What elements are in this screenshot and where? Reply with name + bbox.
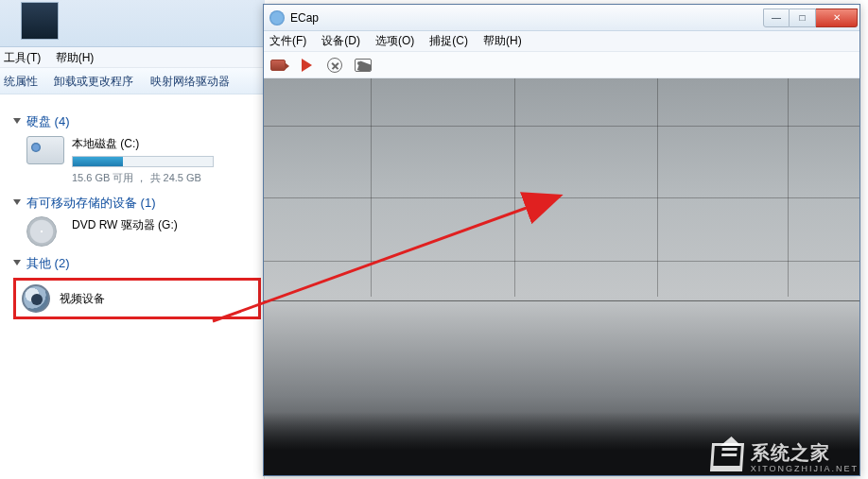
video-device-item-highlighted[interactable]: 视频设备 — [13, 278, 261, 319]
snapshot-icon[interactable] — [355, 57, 372, 74]
maximize-button[interactable]: □ — [790, 9, 816, 27]
drive-name: DVD RW 驱动器 (G:) — [72, 217, 178, 233]
local-disk-item[interactable]: 本地磁盘 (C:) 15.6 GB 可用 ， 共 24.5 GB — [26, 136, 263, 185]
drive-text: 本地磁盘 (C:) 15.6 GB 可用 ， 共 24.5 GB — [72, 136, 214, 185]
explorer-body: 硬盘 (4) 本地磁盘 (C:) 15.6 GB 可用 ， 共 24.5 GB … — [0, 94, 265, 479]
drive-capacity-text: 15.6 GB 可用 ， 共 24.5 GB — [72, 171, 214, 185]
ecap-title: ECap — [290, 11, 763, 25]
chevron-down-icon — [13, 118, 21, 124]
watermark-title: 系统之家 — [751, 440, 859, 466]
ecap-window: ECap — □ ✕ 文件(F) 设备(D) 选项(O) 捕捉(C) 帮助(H) — [263, 4, 860, 476]
video-frame — [264, 78, 859, 475]
cmd-uninstall-program[interactable]: 卸载或更改程序 — [54, 75, 133, 88]
group-hard-disk[interactable]: 硬盘 (4) — [13, 113, 263, 130]
explorer-header — [0, 0, 265, 47]
camera-icon[interactable] — [269, 57, 286, 74]
group-label: 硬盘 (4) — [26, 113, 70, 130]
watermark: 系统之家 XITONGZHIJIA.NET — [711, 440, 859, 473]
menu-help[interactable]: 帮助(H) — [56, 51, 95, 64]
watermark-logo-icon — [710, 443, 744, 471]
capacity-bar — [72, 156, 214, 167]
menu-capture[interactable]: 捕捉(C) — [429, 33, 468, 49]
chevron-down-icon — [13, 260, 21, 265]
dvd-drive-item[interactable]: DVD RW 驱动器 (G:) — [26, 217, 263, 246]
explorer-commandbar: 统属性 卸载或更改程序 映射网络驱动器 — [0, 68, 265, 94]
close-button[interactable]: ✕ — [816, 9, 858, 27]
window-controls: — □ ✕ — [763, 9, 858, 27]
drive-name: 本地磁盘 (C:) — [72, 136, 214, 152]
menu-help[interactable]: 帮助(H) — [483, 33, 522, 49]
video-device-label: 视频设备 — [60, 291, 105, 307]
record-icon[interactable] — [298, 57, 315, 74]
ecap-menubar: 文件(F) 设备(D) 选项(O) 捕捉(C) 帮助(H) — [264, 31, 859, 52]
menu-tools[interactable]: 工具(T) — [4, 51, 41, 64]
dvd-icon — [26, 217, 64, 246]
cmd-system-properties[interactable]: 统属性 — [4, 75, 38, 88]
menu-options[interactable]: 选项(O) — [375, 33, 414, 49]
group-label: 有可移动存储的设备 (1) — [26, 195, 156, 212]
ecap-titlebar[interactable]: ECap — □ ✕ — [264, 5, 859, 31]
group-removable[interactable]: 有可移动存储的设备 (1) — [13, 195, 263, 212]
menu-device[interactable]: 设备(D) — [321, 33, 360, 49]
ecap-video-viewport — [264, 78, 859, 475]
cmd-map-network-drive[interactable]: 映射网络驱动器 — [150, 75, 230, 88]
watermark-text: 系统之家 XITONGZHIJIA.NET — [751, 440, 859, 473]
minimize-button[interactable]: — — [763, 9, 790, 27]
chevron-down-icon — [13, 199, 21, 205]
ecap-toolbar — [264, 52, 859, 78]
ecap-app-icon — [269, 10, 285, 26]
webcam-icon — [22, 284, 50, 313]
capacity-fill — [73, 157, 123, 166]
group-other[interactable]: 其他 (2) — [13, 255, 263, 272]
group-label: 其他 (2) — [26, 255, 70, 272]
header-thumbnail — [21, 2, 59, 40]
stop-icon[interactable] — [326, 57, 343, 74]
menu-file[interactable]: 文件(F) — [269, 33, 306, 49]
explorer-window: 工具(T) 帮助(H) 统属性 卸载或更改程序 映射网络驱动器 硬盘 (4) 本… — [0, 0, 265, 479]
drive-text: DVD RW 驱动器 (G:) — [72, 217, 178, 237]
hdd-icon — [26, 136, 64, 164]
watermark-url: XITONGZHIJIA.NET — [751, 464, 859, 473]
explorer-menubar: 工具(T) 帮助(H) — [0, 47, 265, 68]
